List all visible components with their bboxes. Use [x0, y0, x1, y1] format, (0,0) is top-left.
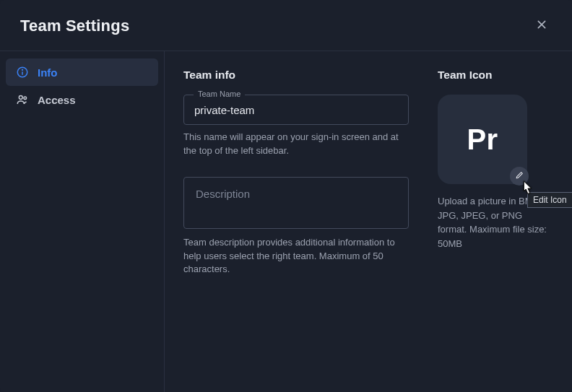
- dialog-title: Team Settings: [20, 17, 129, 35]
- settings-main: Team info Team Name This name will appea…: [165, 51, 572, 392]
- pencil-icon: [515, 170, 524, 183]
- team-description-helper: Team description provides additional inf…: [183, 236, 409, 277]
- team-name-helper: This name will appear on your sign-in sc…: [183, 131, 409, 158]
- svg-point-5: [19, 96, 22, 100]
- team-description-field: [183, 177, 409, 232]
- svg-point-4: [22, 69, 23, 70]
- edit-icon-tooltip: Edit Icon: [527, 192, 572, 208]
- users-icon: [16, 93, 29, 106]
- team-settings-dialog: Team Settings Info Access T: [0, 0, 572, 392]
- team-name-label: Team Name: [194, 90, 245, 98]
- info-icon: [16, 66, 29, 79]
- settings-sidebar: Info Access: [0, 51, 165, 392]
- team-description-input[interactable]: [183, 177, 409, 229]
- team-icon-initials: Pr: [467, 123, 498, 156]
- team-icon-preview-wrap: Pr: [438, 95, 527, 184]
- section-title-team-icon: Team Icon: [438, 69, 553, 82]
- svg-point-6: [24, 97, 27, 100]
- sidebar-item-info[interactable]: Info: [6, 58, 158, 86]
- close-button[interactable]: [532, 16, 552, 36]
- sidebar-item-label: Info: [38, 66, 58, 79]
- edit-icon-button[interactable]: [510, 167, 529, 186]
- dialog-header: Team Settings: [0, 0, 572, 51]
- team-name-field: Team Name: [183, 95, 409, 125]
- section-title-team-info: Team info: [183, 69, 409, 82]
- sidebar-item-label: Access: [38, 94, 76, 106]
- sidebar-item-access[interactable]: Access: [6, 86, 158, 113]
- team-name-input[interactable]: [183, 95, 409, 125]
- close-icon: [536, 19, 547, 33]
